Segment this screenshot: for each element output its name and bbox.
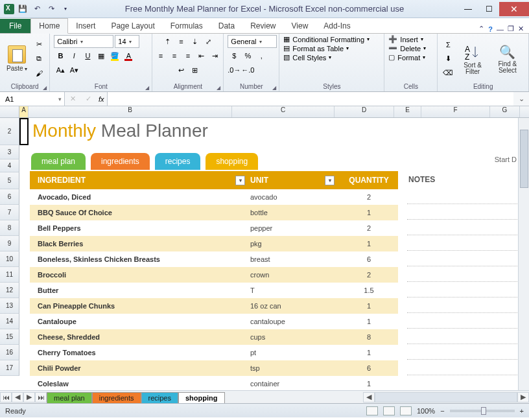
workbook-close-icon[interactable]: ✕ [518,25,524,33]
enter-formula-icon[interactable]: ✓ [80,95,96,103]
maximize-button[interactable]: ☐ [478,2,499,16]
table-row[interactable]: ButterT1.5 [30,283,398,298]
font-color-button[interactable]: A [122,49,135,62]
insert-cells-button[interactable]: ➕Insert ▾ [388,35,423,43]
row-header[interactable]: 8 [0,220,19,236]
row-header[interactable]: 13 [0,298,19,314]
col-header-d[interactable]: D [335,106,394,117]
sheet-tab-ingredients[interactable]: ingredients [92,392,141,403]
scroll-thumb[interactable] [520,130,528,188]
comma-button[interactable]: , [255,49,268,62]
table-row[interactable]: Black Berriespkg1 [30,236,398,251]
sheet-tab-recipes[interactable]: recipes [141,392,178,403]
table-row[interactable]: Coleslawcontainer1 [30,376,398,390]
delete-cells-button[interactable]: ➖Delete ▾ [388,44,426,52]
row-header[interactable]: 3 [0,145,19,159]
horizontal-scrollbar[interactable] [375,392,517,402]
row-header[interactable]: 5 [0,172,19,189]
planner-tab-meal[interactable]: meal plan [31,153,86,170]
qat-customize-icon[interactable]: ▾ [60,3,71,15]
workbook-minimize-icon[interactable]: — [497,25,504,33]
vertical-scrollbar[interactable] [518,118,529,390]
workbook-restore-icon[interactable]: ❐ [508,25,514,33]
col-header-b[interactable]: B [29,106,232,117]
tab-home[interactable]: Home [30,18,68,34]
row-header[interactable]: 14 [0,314,19,329]
formula-input[interactable] [107,92,513,106]
zoom-out-icon[interactable]: − [440,407,444,415]
tab-review[interactable]: Review [242,19,283,33]
help-icon[interactable]: ? [488,25,493,33]
minimize-ribbon-icon[interactable]: ⌃ [478,25,484,33]
bold-button[interactable]: B [54,49,67,62]
tab-insert[interactable]: Insert [68,19,103,33]
expand-formula-icon[interactable]: ⌄ [513,95,529,103]
cancel-formula-icon[interactable]: ✕ [65,95,80,103]
font-name-select[interactable]: Calibri▾ [54,35,113,48]
align-center-button[interactable]: ≡ [168,49,181,62]
sheet-nav-prev-icon[interactable]: ◀ [12,392,23,402]
zoom-slider[interactable] [450,410,515,412]
row-header[interactable]: 10 [0,251,19,267]
table-row[interactable]: Cherry Tomatoespt1 [30,345,398,360]
shopping-table[interactable]: Avocado, Dicedavocado2BBQ Sauce Of Choic… [30,189,398,390]
format-painter-button[interactable]: 🖌 [32,67,45,80]
row-header[interactable]: 17 [0,360,19,376]
number-format-select[interactable]: General▾ [228,35,277,48]
decrease-decimal-button[interactable]: ←.0 [241,64,254,76]
tab-page-layout[interactable]: Page Layout [103,19,162,33]
find-select-button[interactable]: 🔍 Find & Select [491,43,524,75]
underline-button[interactable]: U [81,49,94,62]
hscroll-left-icon[interactable]: ◀ [363,392,375,402]
filter-unit-icon[interactable]: ▾ [325,176,335,185]
table-row[interactable]: Cantaloupecantaloupe1 [30,314,398,329]
format-cells-button[interactable]: ▢Format ▾ [388,53,425,62]
format-as-table-button[interactable]: ▤Format as Table ▾ [283,44,349,52]
select-all-corner[interactable] [0,106,19,117]
orientation-button[interactable]: ⤢ [202,35,215,48]
paste-button[interactable]: Paste ▾ [4,44,30,73]
border-button[interactable]: ▦ [95,49,108,62]
zoom-thumb[interactable] [481,407,486,415]
file-tab[interactable]: File [0,19,30,33]
currency-button[interactable]: $ [228,49,241,62]
undo-icon[interactable]: ↶ [31,3,43,15]
table-row[interactable]: Boneless, Skinless Chicken Breastsbreast… [30,251,398,267]
planner-tab-shopping[interactable]: shopping [206,153,258,170]
col-header-c[interactable]: C [232,106,335,117]
table-row[interactable]: Broccolicrown2 [30,267,398,283]
sheet-nav-next-icon[interactable]: ▶ [23,392,35,402]
row-header[interactable]: 16 [0,345,19,360]
name-box[interactable]: A1▾ [0,92,65,106]
cell-styles-button[interactable]: ▧Cell Styles ▾ [283,53,331,62]
table-row[interactable]: Avocado, Dicedavocado2 [30,189,398,205]
redo-icon[interactable]: ↷ [45,3,57,15]
increase-font-button[interactable]: A▴ [54,64,67,76]
wrap-text-button[interactable]: ↩ [174,64,187,76]
close-button[interactable]: ✕ [499,2,529,16]
number-launcher-icon[interactable]: ◢ [272,85,276,91]
table-row[interactable]: Chili Powdertsp6 [30,360,398,376]
row-header[interactable]: 12 [0,283,19,298]
sheet-tab-meal[interactable]: meal plan [47,392,92,403]
copy-button[interactable]: ⧉ [32,52,45,65]
align-bottom-button[interactable]: ⇣ [188,35,201,48]
conditional-formatting-button[interactable]: ▦Conditional Formatting ▾ [283,35,370,43]
zoom-level[interactable]: 100% [417,407,435,415]
tab-formulas[interactable]: Formulas [163,19,211,33]
align-left-button[interactable]: ≡ [154,49,167,62]
autosum-button[interactable]: Σ [441,38,454,51]
sheet-tab-shopping[interactable]: shopping [178,392,225,403]
sheet-nav-first-icon[interactable]: ⏮ [0,392,12,402]
filter-ingredient-icon[interactable]: ▾ [235,176,245,185]
zoom-in-icon[interactable]: + [520,407,524,415]
table-row[interactable]: Can Pineapple Chunks16 oz can1 [30,298,398,314]
worksheet-grid[interactable]: A B C D E F G 2 3 4 5 6 7 8 9 10 11 12 1… [0,106,529,390]
clipboard-launcher-icon[interactable]: ◢ [43,85,47,91]
col-header-g[interactable]: G [490,106,520,117]
col-header-f[interactable]: F [421,106,490,117]
sheet-nav-last-icon[interactable]: ⏭ [35,392,47,402]
alignment-launcher-icon[interactable]: ◢ [217,85,220,91]
planner-tab-ingredients[interactable]: ingredients [91,153,150,170]
align-middle-button[interactable]: ≡ [174,35,187,48]
